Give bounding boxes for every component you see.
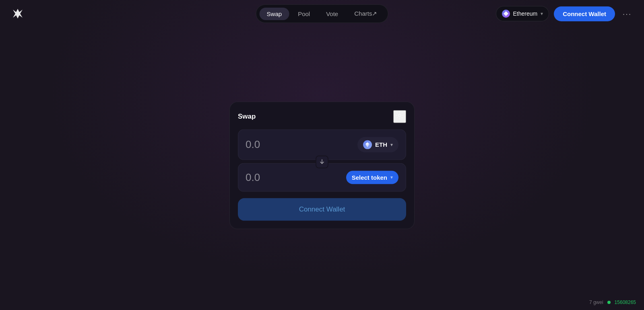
from-token-selector[interactable]: ETH ▾ [357, 137, 398, 152]
main-nav: Swap Pool Vote Charts↗ [256, 4, 388, 23]
from-token-chevron-icon: ▾ [390, 142, 393, 147]
connect-wallet-action-button[interactable]: Connect Wallet [238, 198, 406, 220]
eth-icon [363, 140, 372, 149]
more-icon: ··· [623, 9, 632, 18]
to-token-chevron-icon: ▾ [390, 175, 393, 180]
footer-status: 7 gwei 15608265 [589, 300, 636, 305]
nav-item-swap[interactable]: Swap [260, 8, 289, 20]
from-token-name: ETH [375, 141, 387, 148]
arrow-down-icon [320, 158, 324, 165]
network-selector[interactable]: Ethereum ▾ [496, 6, 549, 21]
navbar: Swap Pool Vote Charts↗ Ethereum ▾ Connec [0, 0, 644, 27]
from-token-row: ETH ▾ [246, 137, 398, 152]
nav-right: Ethereum ▾ Connect Wallet ··· [496, 6, 635, 21]
swap-card-header: Swap [238, 110, 406, 123]
block-dot [607, 301, 611, 304]
nav-item-pool[interactable]: Pool [291, 8, 317, 20]
swap-arrow-container [238, 160, 406, 164]
nav-item-vote[interactable]: Vote [319, 8, 345, 20]
to-token-selector[interactable]: Select token ▾ [346, 170, 398, 184]
nav-item-charts[interactable]: Charts↗ [347, 7, 384, 20]
gear-icon [396, 111, 404, 121]
to-amount-input[interactable] [246, 171, 326, 183]
select-token-label: Select token [352, 174, 387, 181]
swap-card-title: Swap [238, 112, 256, 120]
block-number: 15608265 [615, 300, 636, 305]
connect-wallet-button[interactable]: Connect Wallet [554, 6, 615, 21]
more-options-button[interactable]: ··· [620, 6, 634, 21]
swap-direction-button[interactable] [316, 155, 328, 168]
swap-card: Swap ET [229, 101, 415, 229]
network-chevron-icon: ▾ [541, 11, 543, 16]
gas-price: 7 gwei [589, 300, 603, 305]
to-token-row: Select token ▾ [246, 170, 398, 184]
from-amount-input[interactable] [246, 138, 326, 151]
settings-button[interactable] [393, 110, 406, 123]
network-label: Ethereum [513, 10, 538, 17]
app-logo [10, 6, 26, 22]
network-icon [502, 10, 510, 18]
